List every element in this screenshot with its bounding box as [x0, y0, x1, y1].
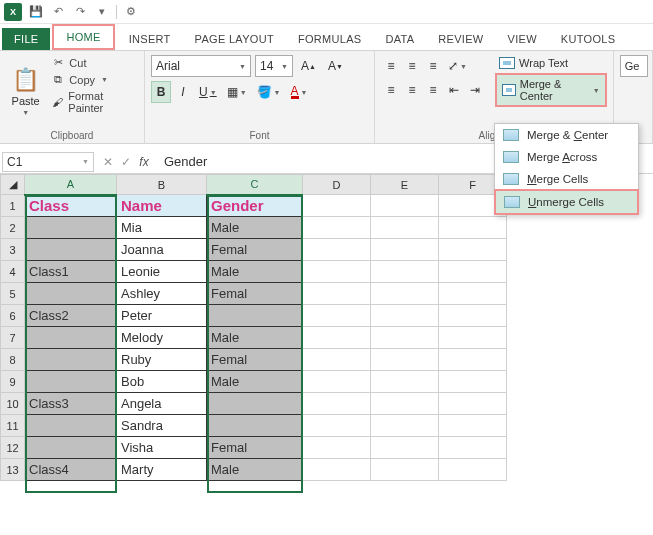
- menu-merge-across[interactable]: Merge Across: [495, 146, 638, 168]
- orientation-button[interactable]: ⤢▼: [444, 55, 471, 77]
- undo-icon[interactable]: ↶: [50, 4, 66, 20]
- font-size-select[interactable]: 14▼: [255, 55, 293, 77]
- row-header[interactable]: 10: [1, 393, 25, 415]
- cell[interactable]: [303, 195, 371, 217]
- cell-b10[interactable]: Angela: [117, 393, 207, 415]
- redo-icon[interactable]: ↷: [72, 4, 88, 20]
- cell-b13[interactable]: Marty: [117, 459, 207, 481]
- tab-kutools[interactable]: KUTOOLS: [549, 28, 627, 50]
- merge-center-button[interactable]: Merge & Center▼: [495, 73, 607, 107]
- cell-b4[interactable]: Leonie: [117, 261, 207, 283]
- bold-button[interactable]: B: [151, 81, 171, 103]
- cell-c7[interactable]: Male: [207, 327, 303, 349]
- cell-b2[interactable]: Mia: [117, 217, 207, 239]
- menu-merge-cells[interactable]: Merge Cells: [495, 168, 638, 190]
- qat-dropdown-icon[interactable]: ▾: [94, 4, 110, 20]
- cell-a10[interactable]: Class3: [25, 393, 117, 415]
- col-header-c[interactable]: C: [207, 175, 303, 195]
- tab-file[interactable]: FILE: [2, 28, 50, 50]
- cell[interactable]: [371, 371, 439, 393]
- cell[interactable]: [439, 239, 507, 261]
- row-header[interactable]: 3: [1, 239, 25, 261]
- cell[interactable]: [371, 305, 439, 327]
- number-format-select[interactable]: Ge: [620, 55, 648, 77]
- cell-b5[interactable]: Ashley: [117, 283, 207, 305]
- cell-a12[interactable]: [25, 437, 117, 459]
- row-header[interactable]: 7: [1, 327, 25, 349]
- cell[interactable]: [303, 371, 371, 393]
- copy-button[interactable]: ⧉Copy▼: [49, 72, 138, 87]
- col-header-b[interactable]: B: [117, 175, 207, 195]
- cell-b8[interactable]: Ruby: [117, 349, 207, 371]
- align-middle-button[interactable]: ≡: [402, 55, 422, 77]
- cell-a3[interactable]: [25, 239, 117, 261]
- enter-icon[interactable]: ✓: [118, 155, 134, 169]
- align-bottom-button[interactable]: ≡: [423, 55, 443, 77]
- cell[interactable]: [439, 371, 507, 393]
- wrap-text-button[interactable]: Wrap Text: [495, 55, 607, 71]
- cell-c10[interactable]: [207, 393, 303, 415]
- align-right-button[interactable]: ≡: [423, 79, 443, 101]
- row-header[interactable]: 12: [1, 437, 25, 459]
- cell[interactable]: [371, 459, 439, 481]
- cell-a1[interactable]: Class: [25, 195, 117, 217]
- grow-font-button[interactable]: A▲: [297, 55, 320, 77]
- fx-icon[interactable]: fx: [136, 155, 152, 169]
- align-left-button[interactable]: ≡: [381, 79, 401, 101]
- cell[interactable]: [303, 283, 371, 305]
- cell[interactable]: [371, 349, 439, 371]
- row-header[interactable]: 1: [1, 195, 25, 217]
- cell-c3[interactable]: Femal: [207, 239, 303, 261]
- cell-b6[interactable]: Peter: [117, 305, 207, 327]
- row-header[interactable]: 8: [1, 349, 25, 371]
- save-icon[interactable]: 💾: [28, 4, 44, 20]
- align-top-button[interactable]: ≡: [381, 55, 401, 77]
- cell[interactable]: [371, 261, 439, 283]
- tab-view[interactable]: VIEW: [496, 28, 549, 50]
- borders-button[interactable]: ▦▼: [223, 81, 251, 103]
- underline-button[interactable]: U▼: [195, 81, 221, 103]
- cell[interactable]: [439, 217, 507, 239]
- tab-insert[interactable]: INSERT: [117, 28, 183, 50]
- cell-a13[interactable]: Class4: [25, 459, 117, 481]
- row-header[interactable]: 5: [1, 283, 25, 305]
- tab-formulas[interactable]: FORMULAS: [286, 28, 374, 50]
- cell[interactable]: [303, 437, 371, 459]
- cell[interactable]: [439, 459, 507, 481]
- decrease-indent-button[interactable]: ⇤: [444, 79, 464, 101]
- row-header[interactable]: 11: [1, 415, 25, 437]
- cell-a7[interactable]: [25, 327, 117, 349]
- col-header-a[interactable]: A: [25, 175, 117, 195]
- cell[interactable]: [439, 305, 507, 327]
- cell-a8[interactable]: [25, 349, 117, 371]
- cell-a4[interactable]: Class1: [25, 261, 117, 283]
- cell[interactable]: [371, 393, 439, 415]
- worksheet-grid[interactable]: ◢ A B C D E F 1 Class Name Gender 2MiaMa…: [0, 174, 653, 481]
- cell[interactable]: [439, 261, 507, 283]
- menu-merge-center[interactable]: Merge & Center: [495, 124, 638, 146]
- select-all-corner[interactable]: ◢: [1, 175, 25, 195]
- cell-b3[interactable]: Joanna: [117, 239, 207, 261]
- row-header[interactable]: 6: [1, 305, 25, 327]
- paste-button[interactable]: 📋 Paste ▼: [6, 55, 45, 128]
- cell[interactable]: [439, 415, 507, 437]
- cell[interactable]: [439, 283, 507, 305]
- col-header-e[interactable]: E: [371, 175, 439, 195]
- cell-c6[interactable]: [207, 305, 303, 327]
- cell[interactable]: [439, 349, 507, 371]
- cell[interactable]: [303, 349, 371, 371]
- row-header[interactable]: 13: [1, 459, 25, 481]
- menu-unmerge-cells[interactable]: Unmerge Cells: [494, 189, 639, 215]
- cell[interactable]: [371, 283, 439, 305]
- cell[interactable]: [371, 327, 439, 349]
- cell[interactable]: [303, 327, 371, 349]
- cell-a9[interactable]: [25, 371, 117, 393]
- cell[interactable]: [439, 437, 507, 459]
- cell[interactable]: [303, 459, 371, 481]
- cell[interactable]: [303, 393, 371, 415]
- cell-a11[interactable]: [25, 415, 117, 437]
- cell-a6[interactable]: Class2: [25, 305, 117, 327]
- font-name-select[interactable]: Arial▼: [151, 55, 251, 77]
- cell-b9[interactable]: Bob: [117, 371, 207, 393]
- cell[interactable]: [371, 437, 439, 459]
